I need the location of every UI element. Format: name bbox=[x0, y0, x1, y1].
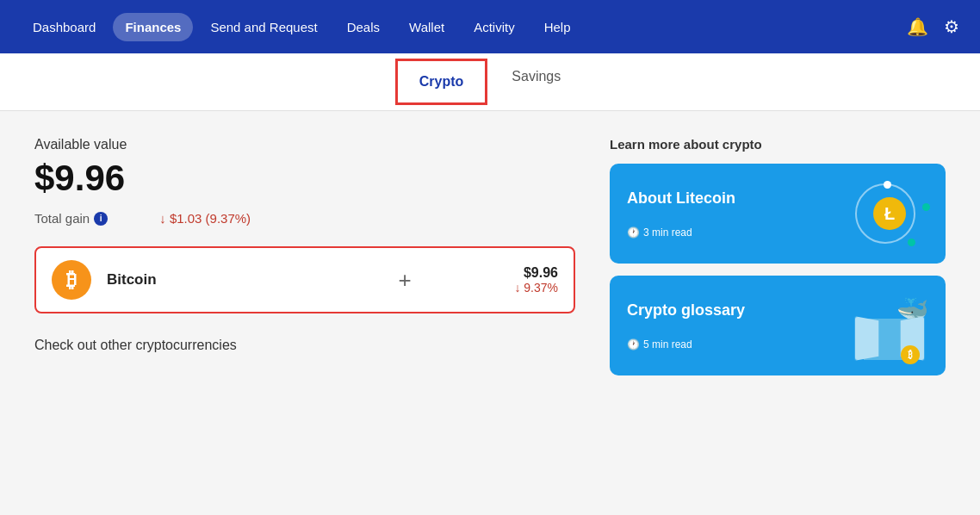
nav-item-send-request[interactable]: Send and Request bbox=[198, 13, 329, 41]
book-body: ₿ bbox=[864, 319, 915, 360]
tab-savings[interactable]: Savings bbox=[487, 53, 585, 110]
nav-items: Dashboard Finances Send and Request Deal… bbox=[21, 13, 907, 41]
book-page-left bbox=[855, 316, 878, 360]
nav-item-activity[interactable]: Activity bbox=[462, 13, 527, 41]
book-coin: ₿ bbox=[901, 345, 920, 364]
add-coin-button[interactable]: + bbox=[311, 267, 499, 294]
info-icon[interactable]: i bbox=[94, 212, 108, 226]
available-value-amount: $9.96 bbox=[34, 158, 575, 199]
nav-item-wallet[interactable]: Wallet bbox=[397, 13, 456, 41]
ltc-dot-3 bbox=[908, 239, 915, 246]
tab-crypto[interactable]: Crypto bbox=[395, 59, 488, 105]
book-illustration: 🐳 ₿ bbox=[851, 291, 928, 360]
nav-item-finances[interactable]: Finances bbox=[113, 13, 193, 41]
nav-icon-group: 🔔 ⚙ bbox=[907, 16, 959, 37]
total-gain-text: Total gain bbox=[34, 211, 90, 226]
total-gain-row: Total gain i ↓ $1.03 (9.37%) bbox=[34, 211, 575, 226]
coin-usd-value: $9.96 bbox=[514, 265, 558, 281]
nav-item-dashboard[interactable]: Dashboard bbox=[21, 13, 108, 41]
ltc-dot-2 bbox=[922, 203, 930, 211]
ltc-coin: Ł bbox=[873, 197, 906, 230]
subtab-bar: Crypto Savings bbox=[0, 53, 980, 111]
left-panel: Available value $9.96 Total gain i ↓ $1.… bbox=[34, 137, 575, 515]
nav-item-help[interactable]: Help bbox=[532, 13, 583, 41]
nav-item-deals[interactable]: Deals bbox=[335, 13, 392, 41]
settings-icon[interactable]: ⚙ bbox=[944, 16, 959, 37]
bitcoin-row[interactable]: ₿ Bitcoin + $9.96 ↓ 9.37% bbox=[34, 246, 575, 313]
navbar: Dashboard Finances Send and Request Deal… bbox=[0, 0, 980, 53]
available-value-label: Available value bbox=[34, 137, 575, 152]
about-litecoin-card[interactable]: About Litecoin 🕐 3 min read Ł bbox=[610, 164, 946, 264]
glossary-card-time: 🕐 5 min read bbox=[627, 338, 745, 351]
clock-icon: 🕐 bbox=[627, 226, 640, 239]
clock-icon-2: 🕐 bbox=[627, 338, 640, 351]
check-other-cryptos: Check out other cryptocurrencies bbox=[34, 338, 575, 353]
notification-icon[interactable]: 🔔 bbox=[907, 16, 928, 37]
crypto-glossary-card[interactable]: Crypto glossary 🕐 5 min read 🐳 ₿ bbox=[610, 276, 946, 375]
glossary-card-title: Crypto glossary bbox=[627, 301, 745, 320]
litecoin-illustration: Ł bbox=[851, 179, 928, 248]
litecoin-card-text: About Litecoin 🕐 3 min read bbox=[627, 189, 735, 239]
ltc-dot-1 bbox=[884, 181, 891, 189]
total-gain-value: ↓ $1.03 (9.37%) bbox=[159, 211, 251, 226]
litecoin-card-time: 🕐 3 min read bbox=[627, 226, 735, 239]
main-content: Available value $9.96 Total gain i ↓ $1.… bbox=[0, 111, 980, 515]
coin-values: $9.96 ↓ 9.37% bbox=[514, 265, 558, 295]
coin-name: Bitcoin bbox=[107, 271, 295, 289]
litecoin-card-title: About Litecoin bbox=[627, 189, 735, 208]
total-gain-label: Total gain i bbox=[34, 211, 108, 226]
right-panel: Learn more about crypto About Litecoin 🕐… bbox=[610, 137, 946, 515]
glossary-card-text: Crypto glossary 🕐 5 min read bbox=[627, 301, 745, 351]
coin-pct-value: ↓ 9.37% bbox=[514, 281, 558, 295]
learn-label: Learn more about crypto bbox=[610, 137, 946, 152]
bitcoin-icon: ₿ bbox=[52, 260, 91, 300]
